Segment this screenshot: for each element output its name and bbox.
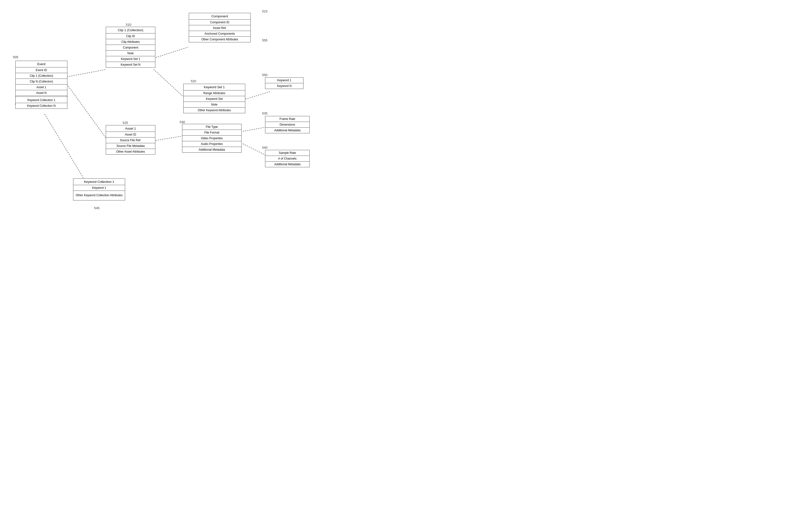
source-file-row-3: Video Properties [182,135,241,141]
event-row-3: Clip N (Collecton) [16,79,67,84]
svg-line-4 [154,69,183,97]
event-row-1: Event ID [16,68,67,73]
event-title: Event [16,61,67,68]
label-550: 550 [262,73,268,77]
audio-row-3: Additional Metadata [265,162,309,167]
asset1-row-1: Asset ID [106,132,155,137]
label-515: 515 [262,10,268,13]
source-file-row-1: File Type [182,124,241,130]
keyword-collection1-row-1: Keyword 1 [73,185,125,191]
keyword-set1-box: Keyword Set 1 Range Attributes Keyword S… [183,84,245,113]
audio-props-box: Sample Rate # of Channels Additional Met… [265,150,310,167]
clip1-title: Clip 1 (Collection) [106,27,155,34]
source-file-box: File Type File Format Video Properties A… [182,124,242,153]
keyword1n-box: Keyword 1 Keyword N [265,77,304,89]
svg-line-2 [44,114,87,183]
label-510: 510 [126,23,131,26]
label-525: 525 [123,121,128,125]
event-row-kc1: Keyword Collection 1 [16,97,67,103]
source-file-row-5: Additional Metadata [182,147,241,152]
clip1-row-2: Clip Attributes [106,39,155,45]
clip1-row-4: Note [106,51,155,56]
svg-line-6 [151,136,181,141]
component-box: Component Component ID Asset Ref. Anchor… [189,13,251,42]
label-530: 530 [180,120,185,124]
keyword-collection1-title: Keyword Collection 1 [73,179,125,185]
component-row-4: Other Component Attributes [189,37,250,42]
label-540: 540 [262,146,268,149]
label-555: 555 [262,38,268,42]
event-row-5: Asset N [16,90,67,96]
label-520: 520 [191,79,196,83]
video-props-box: Frame Rate Dimensions Additional Metadat… [265,116,310,133]
source-file-row-4: Audio Properties [182,141,241,147]
clip1-row-5: Keyword Set 1 [106,56,155,62]
asset1-row-2: Source File Ref. [106,137,155,143]
audio-row-2: # of Channels [265,156,309,162]
component-title: Component [189,13,250,20]
label-535: 535 [262,112,268,115]
component-row-3: Anchored Components [189,31,250,37]
clip1-box: Clip 1 (Collection) Clip ID Clip Attribu… [106,27,155,68]
keyword-set1-row-1: Range Attributes [184,91,245,96]
video-row-2: Dimensions [265,122,309,128]
clip1-row-3: Component [106,45,155,51]
video-row-3: Additional Metadata [265,128,309,133]
keyword-set1-title: Keyword Set 1 [184,84,245,91]
svg-line-1 [67,84,107,139]
event-row-2: Clip 1 (Collection) [16,73,67,79]
keyword1n-row-2: Keyword N [265,83,303,89]
keyword1n-row-1: Keyword 1 [265,78,303,83]
keyword-set1-row-2: Keyword Set [184,96,245,102]
event-row-kcn: Keyword Collection N [16,103,67,109]
clip1-row-6: Keyword Set N [106,62,155,68]
event-row-4: Asset 1 [16,84,67,90]
svg-line-5 [245,92,270,99]
component-row-1: Component ID [189,20,250,25]
asset1-box: Asset 1 Asset ID Source File Ref. Source… [106,125,155,155]
asset1-row-4: Other Asset Attributes [106,149,155,154]
svg-line-3 [154,47,188,58]
keyword-set1-row-3: Note [184,102,245,108]
asset1-title: Asset 1 [106,126,155,132]
video-row-1: Frame Rate [265,116,309,122]
keyword-collection1-row-2: Other Keyword Collection Attributes [73,191,125,200]
clip1-row-1: Clip ID [106,34,155,39]
asset1-row-3: Source File Metadata [106,143,155,149]
keyword-set1-row-4: Other Keyword Attributes [184,108,245,113]
audio-row-1: Sample Rate [265,150,309,156]
diagram-container: .dashed { stroke: #333; stroke-width: 1.… [0,0,329,222]
label-505: 505 [13,55,18,59]
source-file-row-2: File Format [182,130,241,135]
component-row-2: Asset Ref. [189,25,250,31]
keyword-collection1-box: Keyword Collection 1 Keyword 1 Other Key… [73,178,125,201]
svg-line-0 [67,69,107,77]
connection-lines: .dashed { stroke: #333; stroke-width: 1.… [0,0,329,222]
event-box: Event Event ID Clip 1 (Collection) Clip … [15,61,67,109]
label-545: 545 [94,206,100,210]
